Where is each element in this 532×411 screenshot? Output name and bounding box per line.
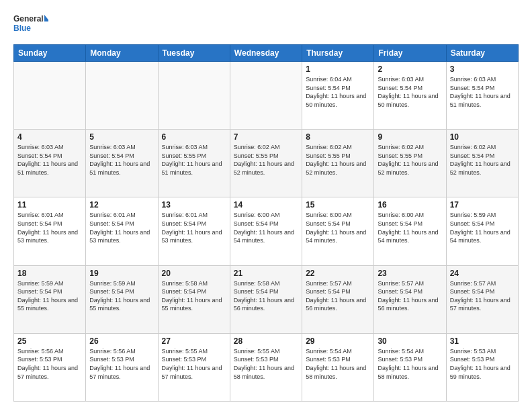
day-info: Sunrise: 6:03 AMSunset: 5:54 PMDaylight:…: [450, 75, 515, 109]
day-info: Sunrise: 5:57 AMSunset: 5:54 PMDaylight:…: [450, 279, 515, 313]
calendar-table: SundayMondayTuesdayWednesdayThursdayFrid…: [13, 44, 519, 402]
calendar-week: 11Sunrise: 6:01 AMSunset: 5:54 PMDayligh…: [14, 197, 519, 265]
calendar-cell: 2Sunrise: 6:03 AMSunset: 5:54 PMDaylight…: [374, 62, 446, 130]
calendar-week: 25Sunrise: 5:56 AMSunset: 5:53 PMDayligh…: [14, 333, 519, 401]
calendar-cell: 9Sunrise: 6:02 AMSunset: 5:55 PMDaylight…: [374, 130, 446, 197]
day-info: Sunrise: 6:03 AMSunset: 5:54 PMDaylight:…: [89, 143, 154, 177]
day-number: 26: [89, 336, 154, 346]
calendar-cell: 3Sunrise: 6:03 AMSunset: 5:54 PMDaylight…: [446, 62, 518, 130]
calendar-cell: [86, 62, 158, 130]
day-number: 1: [306, 64, 370, 74]
day-info: Sunrise: 6:03 AMSunset: 5:54 PMDaylight:…: [378, 75, 442, 109]
calendar-cell: 4Sunrise: 6:03 AMSunset: 5:54 PMDaylight…: [14, 130, 86, 197]
day-info: Sunrise: 5:55 AMSunset: 5:53 PMDaylight:…: [162, 347, 226, 381]
calendar-week: 4Sunrise: 6:03 AMSunset: 5:54 PMDaylight…: [14, 130, 519, 197]
day-info: Sunrise: 6:01 AMSunset: 5:54 PMDaylight:…: [89, 211, 154, 244]
weekday-header: Saturday: [446, 45, 518, 62]
day-number: 3: [450, 64, 515, 74]
weekday-header: Monday: [86, 45, 158, 62]
day-number: 8: [306, 132, 370, 142]
calendar-cell: 5Sunrise: 6:03 AMSunset: 5:54 PMDaylight…: [86, 130, 158, 197]
day-number: 25: [17, 336, 82, 346]
calendar-cell: 19Sunrise: 5:59 AMSunset: 5:54 PMDayligh…: [86, 265, 158, 333]
day-number: 24: [450, 269, 515, 278]
day-number: 6: [162, 132, 226, 142]
day-number: 29: [306, 336, 370, 346]
calendar-week: 18Sunrise: 5:59 AMSunset: 5:54 PMDayligh…: [14, 265, 519, 333]
calendar-cell: 11Sunrise: 6:01 AMSunset: 5:54 PMDayligh…: [14, 197, 86, 265]
day-info: Sunrise: 5:57 AMSunset: 5:54 PMDaylight:…: [306, 279, 370, 313]
calendar-week: 1Sunrise: 6:04 AMSunset: 5:54 PMDaylight…: [14, 62, 519, 130]
day-info: Sunrise: 6:00 AMSunset: 5:54 PMDaylight:…: [234, 211, 298, 244]
logo-svg: General Blue: [13, 12, 48, 38]
header: General Blue: [13, 12, 519, 38]
calendar-cell: 25Sunrise: 5:56 AMSunset: 5:53 PMDayligh…: [14, 333, 86, 401]
calendar-cell: 8Sunrise: 6:02 AMSunset: 5:55 PMDaylight…: [302, 130, 374, 197]
day-info: Sunrise: 5:57 AMSunset: 5:54 PMDaylight:…: [378, 279, 442, 313]
calendar-cell: 6Sunrise: 6:03 AMSunset: 5:55 PMDaylight…: [158, 130, 230, 197]
calendar-cell: [14, 62, 86, 130]
svg-text:Blue: Blue: [13, 24, 31, 33]
day-info: Sunrise: 5:59 AMSunset: 5:54 PMDaylight:…: [89, 279, 154, 313]
day-number: 12: [89, 200, 154, 210]
day-number: 10: [450, 132, 515, 142]
calendar-cell: 26Sunrise: 5:56 AMSunset: 5:53 PMDayligh…: [86, 333, 158, 401]
day-number: 31: [450, 336, 515, 346]
day-info: Sunrise: 5:53 AMSunset: 5:53 PMDaylight:…: [450, 347, 515, 381]
calendar-cell: [158, 62, 230, 130]
day-info: Sunrise: 6:02 AMSunset: 5:55 PMDaylight:…: [378, 143, 442, 177]
svg-marker-2: [44, 15, 48, 21]
day-number: 7: [234, 132, 298, 142]
day-number: 23: [378, 269, 442, 278]
day-number: 20: [162, 269, 226, 278]
svg-text:General: General: [13, 14, 44, 24]
day-info: Sunrise: 6:00 AMSunset: 5:54 PMDaylight:…: [378, 211, 442, 244]
day-number: 11: [17, 200, 82, 210]
weekday-header: Friday: [374, 45, 446, 62]
day-number: 15: [306, 200, 370, 210]
calendar-cell: 15Sunrise: 6:00 AMSunset: 5:54 PMDayligh…: [302, 197, 374, 265]
calendar-cell: 12Sunrise: 6:01 AMSunset: 5:54 PMDayligh…: [86, 197, 158, 265]
day-number: 4: [17, 132, 82, 142]
calendar-cell: 30Sunrise: 5:54 AMSunset: 5:53 PMDayligh…: [374, 333, 446, 401]
day-info: Sunrise: 5:59 AMSunset: 5:54 PMDaylight:…: [17, 279, 82, 313]
day-number: 28: [234, 336, 298, 346]
day-number: 18: [17, 269, 82, 278]
day-info: Sunrise: 6:01 AMSunset: 5:54 PMDaylight:…: [17, 211, 82, 244]
day-info: Sunrise: 6:04 AMSunset: 5:54 PMDaylight:…: [306, 75, 370, 109]
calendar-cell: 27Sunrise: 5:55 AMSunset: 5:53 PMDayligh…: [158, 333, 230, 401]
weekday-header: Thursday: [302, 45, 374, 62]
day-number: 30: [378, 336, 442, 346]
day-info: Sunrise: 6:02 AMSunset: 5:55 PMDaylight:…: [306, 143, 370, 177]
day-number: 5: [89, 132, 154, 142]
day-info: Sunrise: 5:59 AMSunset: 5:54 PMDaylight:…: [450, 211, 515, 244]
day-info: Sunrise: 6:00 AMSunset: 5:54 PMDaylight:…: [306, 211, 370, 244]
calendar-cell: 18Sunrise: 5:59 AMSunset: 5:54 PMDayligh…: [14, 265, 86, 333]
calendar-cell: 20Sunrise: 5:58 AMSunset: 5:54 PMDayligh…: [158, 265, 230, 333]
calendar-cell: 7Sunrise: 6:02 AMSunset: 5:55 PMDaylight…: [230, 130, 302, 197]
day-number: 17: [450, 200, 515, 210]
day-number: 22: [306, 269, 370, 278]
weekday-header: Wednesday: [230, 45, 302, 62]
page: General Blue SundayMondayTuesdayWednesda…: [0, 0, 532, 411]
day-info: Sunrise: 6:02 AMSunset: 5:54 PMDaylight:…: [450, 143, 515, 177]
weekday-header: Tuesday: [158, 45, 230, 62]
day-number: 2: [378, 64, 442, 74]
header-row: SundayMondayTuesdayWednesdayThursdayFrid…: [14, 45, 519, 62]
day-info: Sunrise: 5:54 AMSunset: 5:53 PMDaylight:…: [306, 347, 370, 381]
calendar-cell: 13Sunrise: 6:01 AMSunset: 5:54 PMDayligh…: [158, 197, 230, 265]
day-info: Sunrise: 5:56 AMSunset: 5:53 PMDaylight:…: [17, 347, 82, 381]
day-info: Sunrise: 6:03 AMSunset: 5:54 PMDaylight:…: [17, 143, 82, 177]
day-info: Sunrise: 5:54 AMSunset: 5:53 PMDaylight:…: [378, 347, 442, 381]
calendar-cell: 10Sunrise: 6:02 AMSunset: 5:54 PMDayligh…: [446, 130, 518, 197]
calendar-cell: [230, 62, 302, 130]
calendar-cell: 24Sunrise: 5:57 AMSunset: 5:54 PMDayligh…: [446, 265, 518, 333]
day-info: Sunrise: 5:58 AMSunset: 5:54 PMDaylight:…: [162, 279, 226, 313]
calendar-cell: 29Sunrise: 5:54 AMSunset: 5:53 PMDayligh…: [302, 333, 374, 401]
day-number: 16: [378, 200, 442, 210]
day-number: 9: [378, 132, 442, 142]
weekday-header: Sunday: [14, 45, 86, 62]
day-number: 14: [234, 200, 298, 210]
calendar-cell: 17Sunrise: 5:59 AMSunset: 5:54 PMDayligh…: [446, 197, 518, 265]
day-number: 13: [162, 200, 226, 210]
